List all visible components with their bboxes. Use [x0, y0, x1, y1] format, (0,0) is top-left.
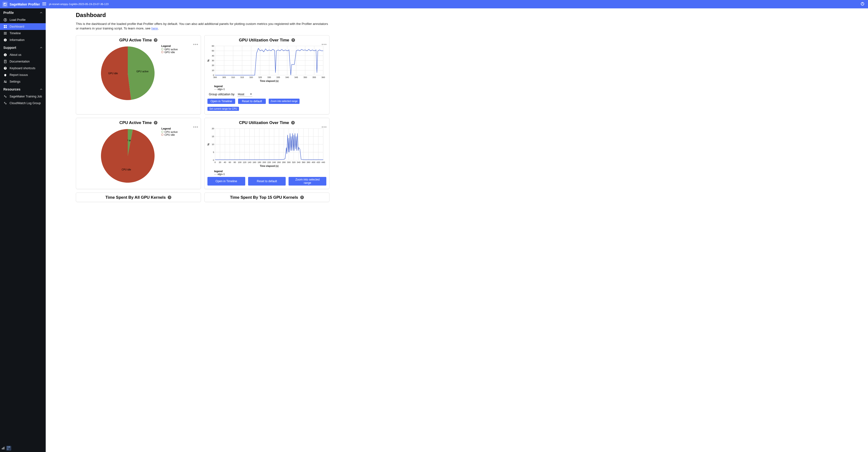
- sidebar-item-label: Documentation: [9, 60, 30, 63]
- help-icon[interactable]: ?: [291, 121, 295, 124]
- section-resources[interactable]: Resources: [0, 85, 46, 93]
- hamburger-icon[interactable]: [42, 2, 46, 6]
- svg-text:140: 140: [248, 161, 251, 163]
- intro-post: .: [158, 27, 159, 30]
- sidebar-item-keyboard-shortcuts[interactable]: ? Keyboard shortcuts: [0, 65, 46, 71]
- legend-header: Legend: [161, 127, 178, 130]
- svg-rect-12: [5, 25, 7, 26]
- sidebar-item-report-issues[interactable]: Report issuus: [0, 71, 46, 78]
- gpu-active-legend: Legend GPU active GPU idle: [161, 44, 178, 54]
- section-profile[interactable]: Profile: [0, 8, 46, 17]
- svg-text:i: i: [5, 54, 6, 56]
- info-icon: i: [3, 53, 7, 57]
- svg-text:160: 160: [253, 161, 256, 163]
- power-icon[interactable]: [860, 2, 865, 7]
- svg-rect-3: [5, 3, 6, 5]
- help-icon[interactable]: ?: [154, 38, 157, 42]
- sidebar-item-load-profile[interactable]: Load Profile: [0, 17, 46, 23]
- gpu-util-legend: legend — algo-1: [214, 85, 326, 90]
- reset-to-default-button[interactable]: Reset to default: [248, 177, 286, 185]
- sidebar-item-label: CloudWatch Log Group: [9, 101, 41, 105]
- open-in-timeline-button[interactable]: Open in Timeline: [208, 99, 235, 104]
- help-icon[interactable]: ?: [168, 195, 171, 199]
- svg-text:60: 60: [212, 45, 214, 47]
- app-logo: [2, 2, 8, 7]
- more-icon[interactable]: •••: [321, 125, 327, 130]
- panel-title-label: Time Spent By Top 15 GPU Kernels: [230, 195, 298, 200]
- sidebar-item-documentation[interactable]: Documentation: [0, 58, 46, 65]
- svg-text:100: 100: [238, 161, 241, 163]
- svg-marker-81: [250, 94, 252, 95]
- chart-icon[interactable]: [1, 446, 5, 450]
- link-icon: [3, 101, 7, 105]
- svg-text:335: 335: [276, 76, 280, 79]
- zoom-selected-range-button[interactable]: Zoom into selected range: [269, 99, 300, 104]
- sidebar-item-training-job[interactable]: SageMaker Training Job: [0, 93, 46, 100]
- set-range-for-cpu-button[interactable]: Set current range for CPU: [208, 107, 239, 111]
- zoom-selected-range-button[interactable]: Zoom into selected range: [288, 177, 326, 185]
- group-by-select[interactable]: Host: [237, 92, 252, 97]
- sidebar-item-label: Dashboard: [9, 25, 24, 28]
- help-icon[interactable]: ?: [154, 121, 157, 124]
- svg-rect-35: [3, 448, 3, 449]
- svg-text:340: 340: [297, 161, 301, 163]
- group-by-label: Group utilization by: [209, 93, 235, 96]
- svg-text:310: 310: [231, 76, 235, 79]
- intro-text: This is the dashboard of the loaded prof…: [76, 22, 328, 30]
- svg-text:360: 360: [302, 161, 305, 163]
- intro-link[interactable]: here: [151, 27, 158, 30]
- svg-text:20: 20: [219, 161, 221, 163]
- svg-text:20: 20: [212, 64, 214, 66]
- svg-rect-34: [2, 448, 2, 449]
- sidebar-item-label: SageMaker Training Job: [9, 95, 42, 98]
- sidebar-item-label: Information: [9, 38, 25, 42]
- svg-marker-10: [5, 19, 6, 21]
- sidebar-item-information[interactable]: i Information: [0, 37, 46, 43]
- main-content: Dashboard This is the dashboard of the l…: [46, 8, 868, 452]
- sidebar-item-cloudwatch-log[interactable]: CloudWatch Log Group: [0, 100, 46, 107]
- svg-text:200: 200: [262, 161, 266, 163]
- open-in-timeline-button[interactable]: Open in Timeline: [208, 177, 245, 185]
- sidebar-item-label: Settings: [9, 80, 20, 83]
- svg-text:315: 315: [240, 76, 244, 79]
- timeline-icon: [3, 31, 7, 35]
- sidebar-item-dashboard[interactable]: Dashboard: [0, 23, 46, 30]
- caret-down-icon: [250, 94, 252, 95]
- reset-to-default-button[interactable]: Reset to default: [238, 99, 266, 104]
- svg-text:300: 300: [213, 76, 217, 79]
- legend-series: algo-1: [217, 173, 225, 176]
- panel-cpu-utilization: CPU Utilization Over Time ? ••• 05101520…: [204, 118, 330, 189]
- help-icon[interactable]: ?: [300, 195, 304, 199]
- svg-text:440: 440: [321, 161, 325, 163]
- sidebar-item-label: Keyboard shortcuts: [9, 66, 35, 70]
- info-icon: i: [3, 38, 7, 42]
- svg-text:Time elapsed (s): Time elapsed (s): [260, 165, 278, 167]
- panel-gpu-active-time: GPU Active Time ? ••• GPU activeGPU idle…: [76, 35, 201, 115]
- more-icon[interactable]: •••: [193, 125, 198, 130]
- chevron-up-icon: [40, 88, 42, 90]
- svg-rect-13: [4, 27, 5, 28]
- sidebar-item-timeline[interactable]: Timeline: [0, 30, 46, 37]
- topbar: SageMaker Profiler pt-resnet-smppy-1xg4d…: [0, 0, 868, 8]
- sidebar: Profile Load Profile Dashboard Timeline …: [0, 8, 46, 452]
- svg-text:400: 400: [311, 161, 315, 163]
- cpu-util-legend: legend — algo-1: [214, 170, 326, 176]
- svg-text:320: 320: [292, 161, 296, 163]
- legend-series: algo-1: [217, 88, 225, 90]
- svg-point-27: [4, 74, 6, 77]
- sidebar-item-settings[interactable]: Settings: [0, 78, 46, 85]
- panel-gpu-kernels-top: Time Spent By Top 15 GPU Kernels ?: [204, 192, 330, 202]
- help-icon[interactable]: ?: [291, 38, 295, 42]
- section-support[interactable]: Support: [0, 43, 46, 52]
- compass-icon: [3, 18, 7, 22]
- svg-text:380: 380: [307, 161, 310, 163]
- sidebar-item-about[interactable]: i About us: [0, 52, 46, 58]
- more-icon[interactable]: •••: [321, 42, 327, 47]
- page-intro: This is the dashboard of the loaded prof…: [76, 22, 330, 31]
- legend-label: GPU idle: [164, 51, 175, 54]
- svg-rect-1: [4, 4, 4, 5]
- sidebar-bottom: DB0: [1, 446, 11, 451]
- legend-label: GPU active: [164, 48, 178, 51]
- more-icon[interactable]: •••: [193, 42, 198, 47]
- legend-header: legend: [214, 170, 326, 173]
